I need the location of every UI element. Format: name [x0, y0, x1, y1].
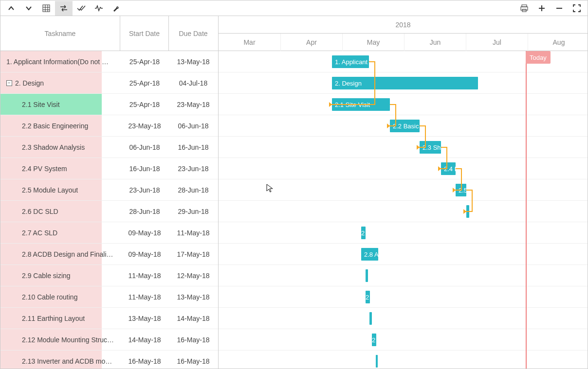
month-jun: Jun	[404, 34, 466, 51]
task-row[interactable]: 2.5 Module Layout23-Jun-1828-Jun-18	[0, 179, 218, 201]
print-button[interactable]	[515, 1, 533, 16]
check-all-icon	[77, 5, 86, 12]
grid-view-button[interactable]	[37, 1, 55, 16]
task-start: 16-May-18	[120, 357, 169, 365]
svg-rect-0	[43, 5, 50, 12]
task-grid: Taskname Start Date Due Date 1. Applican…	[0, 16, 219, 369]
svg-rect-1	[522, 5, 527, 7]
task-row[interactable]: 2.8 ACDB Design and Finali…09-May-1817-M…	[0, 244, 218, 265]
task-row[interactable]: 2.7 AC SLD09-May-1811-May-18	[0, 222, 218, 244]
task-row[interactable]: 2.13 Inverter and ACDB mo…16-May-1816-Ma…	[0, 351, 218, 369]
task-bar[interactable]: 2.1 Site Visit	[332, 98, 390, 111]
task-due: 06-Jun-18	[169, 122, 218, 130]
task-row[interactable]: 2.4 PV System16-Jun-1823-Jun-18	[0, 158, 218, 179]
task-bar[interactable]: 2.8 A	[361, 248, 378, 261]
plus-icon	[538, 5, 545, 12]
chart-row: 2.1 Site Visit	[219, 94, 588, 115]
task-bar[interactable]: 1. Applicant	[332, 55, 369, 68]
move-up-button[interactable]	[2, 1, 20, 16]
task-name: 2.9 Cable sizing	[22, 272, 71, 280]
task-name: 2.2 Basic Engineering	[22, 122, 88, 130]
timescale-months: MarAprMayJunJulAug	[219, 34, 588, 51]
toolbar	[0, 0, 588, 16]
task-bar[interactable]: 2	[372, 334, 376, 346]
chart-body[interactable]: Today 1. Applicant2. Design2.1 Site Visi…	[219, 51, 588, 369]
main-area: Taskname Start Date Due Date 1. Applican…	[0, 16, 588, 369]
task-row[interactable]: 2.11 Earthing Layout13-May-1814-May-18	[0, 308, 218, 329]
task-row[interactable]: 2.12 Module Mounting Struc…14-May-1816-M…	[0, 329, 218, 351]
task-name: 2.13 Inverter and ACDB mo…	[22, 357, 112, 365]
task-name: 2.5 Module Layout	[22, 186, 78, 194]
grid-header: Taskname Start Date Due Date	[0, 16, 218, 51]
task-bar[interactable]: 2.4 P	[441, 162, 456, 175]
task-row[interactable]: 2.3 Shadow Analysis06-Jun-1816-Jun-18	[0, 137, 218, 158]
task-start: 23-May-18	[120, 122, 169, 130]
task-bar[interactable]: 2.3 Sh	[420, 141, 441, 154]
task-name: 2.8 ACDB Design and Finali…	[22, 250, 113, 258]
task-due: 14-May-18	[169, 315, 218, 322]
column-header-name[interactable]: Taskname	[0, 16, 120, 51]
timescale: 2018 MarAprMayJunJulAug	[219, 16, 588, 51]
svg-rect-2	[521, 7, 528, 10]
task-start: 11-May-18	[120, 293, 169, 301]
chevron-up-icon	[8, 5, 15, 12]
complete-button[interactable]	[73, 1, 90, 16]
fullscreen-button[interactable]	[568, 1, 586, 16]
column-header-due[interactable]: Due Date	[169, 16, 218, 51]
month-mar: Mar	[219, 34, 280, 51]
task-bar[interactable]: 2	[366, 291, 370, 303]
task-name: 2.4 PV System	[22, 165, 67, 173]
task-start: 14-May-18	[120, 336, 169, 344]
task-due: 28-Jun-18	[169, 186, 218, 194]
link-toggle-button[interactable]	[55, 1, 73, 16]
link-arrows-icon	[59, 5, 69, 12]
task-bar[interactable]: 2. Design	[332, 77, 478, 89]
task-bar[interactable]	[369, 312, 372, 325]
task-name: 2.6 DC SLD	[22, 208, 58, 215]
today-line	[526, 51, 527, 369]
task-bar[interactable]	[466, 205, 469, 218]
month-jul: Jul	[466, 34, 528, 51]
task-start: 25-Apr-18	[120, 58, 169, 66]
collapse-icon	[573, 4, 581, 12]
task-due: 11-May-18	[169, 229, 218, 237]
chevron-down-icon	[25, 5, 32, 12]
task-name: 2.11 Earthing Layout	[22, 315, 85, 322]
chart-row	[219, 351, 588, 369]
task-row[interactable]: −2. Design25-Apr-1804-Jul-18	[0, 72, 218, 94]
task-row[interactable]: 2.9 Cable sizing11-May-1812-May-18	[0, 265, 218, 286]
move-down-button[interactable]	[20, 1, 37, 16]
task-name: 1. Applicant Information(Do not …	[6, 58, 109, 66]
task-bar[interactable]	[376, 355, 378, 368]
chart-row: 2	[219, 286, 588, 308]
task-bar[interactable]: 2.5	[456, 184, 466, 196]
print-icon	[520, 4, 528, 12]
column-header-start[interactable]: Start Date	[120, 16, 169, 51]
grid-icon	[42, 4, 50, 12]
chart-row: 2.4 P	[219, 158, 588, 179]
task-row[interactable]: 2.2 Basic Engineering23-May-1806-Jun-18	[0, 115, 218, 137]
pulse-icon	[94, 5, 103, 12]
settings-button[interactable]	[108, 1, 125, 16]
activity-button[interactable]	[90, 1, 108, 16]
task-row[interactable]: 1. Applicant Information(Do not …25-Apr-…	[0, 51, 218, 72]
task-due: 16-Jun-18	[169, 143, 218, 151]
task-bar[interactable]	[366, 269, 368, 282]
task-due: 13-May-18	[169, 58, 218, 66]
task-row[interactable]: 2.1 Site Visit25-Apr-1823-May-18	[0, 94, 218, 115]
zoom-out-button[interactable]	[551, 1, 568, 16]
task-bar[interactable]: 2	[361, 227, 366, 239]
task-start: 16-Jun-18	[120, 165, 169, 173]
collapse-icon[interactable]: −	[6, 80, 12, 86]
task-due: 23-Jun-18	[169, 165, 218, 173]
zoom-in-button[interactable]	[533, 1, 551, 16]
task-start: 25-Apr-18	[120, 101, 169, 108]
chart-row: 2.2 Basic	[219, 115, 588, 137]
gantt-chart: 2018 MarAprMayJunJulAug Today 1. Applica…	[219, 16, 588, 369]
wrench-icon	[112, 4, 120, 12]
month-apr: Apr	[280, 34, 342, 51]
task-row[interactable]: 2.6 DC SLD28-Jun-1829-Jun-18	[0, 201, 218, 222]
task-row[interactable]: 2.10 Cable routing11-May-1813-May-18	[0, 286, 218, 308]
task-bar[interactable]: 2.2 Basic	[390, 120, 420, 132]
grid-body[interactable]: 1. Applicant Information(Do not …25-Apr-…	[0, 51, 218, 369]
